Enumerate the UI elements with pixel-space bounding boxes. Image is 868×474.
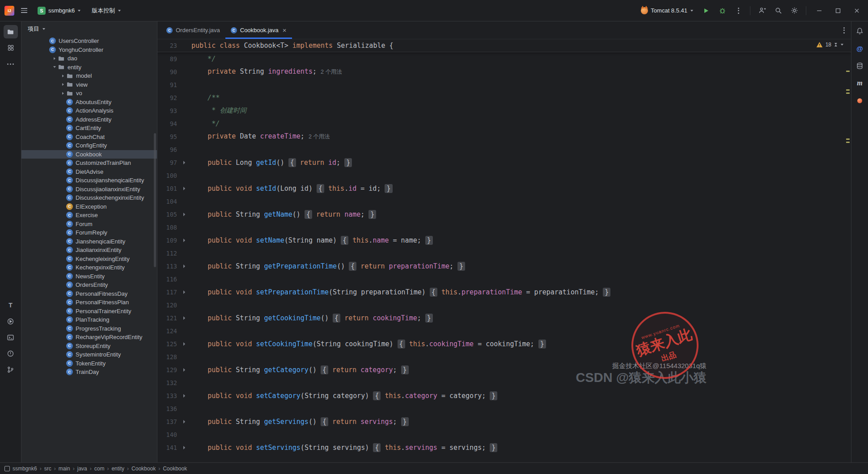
tree-item-ProgressTracking[interactable]: CProgressTracking: [21, 324, 157, 333]
vcs-widget[interactable]: 版本控制: [88, 4, 125, 17]
breadcrumb-main[interactable]: main: [59, 466, 70, 472]
tree-item-OrdersEntity[interactable]: COrdersEntity: [21, 281, 157, 289]
tree-item-JiaolianxinxiEntity[interactable]: CJiaolianxinxiEntity: [21, 246, 157, 255]
minimize-button[interactable]: [811, 3, 828, 18]
code-line-120[interactable]: 120: [157, 298, 851, 311]
code-line-96[interactable]: 96: [157, 143, 851, 156]
tree-item-PersonalFitnessDay[interactable]: CPersonalFitnessDay: [21, 289, 157, 298]
code-line-97[interactable]: 97 public Long getId() { return id; }: [157, 156, 851, 169]
tree-item-StoreupEntity[interactable]: CStoreupEntity: [21, 342, 157, 351]
code-area[interactable]: 18 23public class Cookbook<T> implements…: [157, 39, 851, 462]
services-tool-window-button[interactable]: [4, 315, 18, 328]
tree-item-ForumReply[interactable]: CForumReply: [21, 228, 157, 237]
code-line-116[interactable]: 116: [157, 273, 851, 285]
code-line-140[interactable]: 140: [157, 428, 851, 441]
code-line-105[interactable]: 105 public String getName() { return nam…: [157, 208, 851, 221]
tree-item-YonghuController[interactable]: CYonghuController: [21, 46, 157, 55]
chevron-expanded-icon[interactable]: [51, 64, 58, 70]
tree-item-JianshenqicaiEntity[interactable]: CJianshenqicaiEntity: [21, 237, 157, 246]
fold-arrow-icon[interactable]: [177, 187, 191, 190]
warning-stripe-mark[interactable]: [846, 138, 850, 140]
tree-item-EIException[interactable]: CEIException: [21, 202, 157, 211]
fold-arrow-icon[interactable]: [177, 394, 191, 398]
project-selector[interactable]: S ssmbgnk6: [34, 4, 85, 17]
tree-item-PlanTracking[interactable]: CPlanTracking: [21, 315, 157, 324]
chevron-collapsed-icon[interactable]: [60, 73, 66, 79]
translation-tool-button[interactable]: T: [4, 298, 18, 312]
breadcrumb-ssmbgnk6[interactable]: ssmbgnk6: [13, 466, 37, 472]
code-line-124[interactable]: 124: [157, 324, 851, 337]
close-button[interactable]: [848, 3, 865, 18]
fold-arrow-icon[interactable]: [177, 446, 191, 449]
tree-item-dao[interactable]: dao: [21, 54, 157, 63]
tab-options-icon[interactable]: [843, 27, 845, 34]
run-configuration[interactable]: Tomcat 8.5.41: [637, 4, 697, 17]
tree-item-KechengxinxiEntity[interactable]: CKechengxinxiEntity: [21, 263, 157, 272]
ai-assistant-button[interactable]: @: [854, 42, 866, 54]
version-control-tool-window-button[interactable]: [4, 363, 18, 376]
chevron-down-icon[interactable]: [840, 43, 844, 46]
project-panel-header[interactable]: 项目: [21, 21, 157, 37]
settings-button[interactable]: [787, 4, 801, 17]
chevron-collapsed-icon[interactable]: [60, 81, 66, 88]
fold-arrow-icon[interactable]: [177, 316, 191, 320]
tree-item-DiscusskechengxinxiEntity[interactable]: CDiscusskechengxinxiEntity: [21, 193, 157, 202]
maximize-button[interactable]: [830, 3, 847, 18]
tree-item-DietAdvise[interactable]: CDietAdvise: [21, 168, 157, 176]
code-line-101[interactable]: 101 public void setId(Long id) { this.id…: [157, 182, 851, 195]
code-line-109[interactable]: 109 public void setName(String name) { t…: [157, 234, 851, 247]
tree-item-CartEntity[interactable]: CCartEntity: [21, 124, 157, 133]
tree-item-DiscussjianshenqicaiEntity[interactable]: CDiscussjianshenqicaiEntity: [21, 176, 157, 185]
tree-item-CoachChat[interactable]: CCoachChat: [21, 133, 157, 142]
tree-item-PersonalFitnessPlan[interactable]: CPersonalFitnessPlan: [21, 298, 157, 307]
tree-item-UsersController[interactable]: CUsersController: [21, 37, 157, 46]
breadcrumb-java[interactable]: java: [77, 466, 87, 472]
tree-item-RechargeVipRecordEntity[interactable]: CRechargeVipRecordEntity: [21, 333, 157, 342]
database-tool-window-button[interactable]: [854, 60, 866, 71]
code-line-94[interactable]: 94 */: [157, 117, 851, 130]
tree-item-TokenEntity[interactable]: CTokenEntity: [21, 359, 157, 368]
tree-item-ConfigEntity[interactable]: CConfigEntity: [21, 141, 157, 150]
fold-arrow-icon[interactable]: [177, 290, 191, 294]
tab-Cookbook.java[interactable]: CCookbook.java×: [225, 21, 292, 39]
code-line-125[interactable]: 125 public void setCookingTime(String co…: [157, 337, 851, 350]
gradle-tool-window-button[interactable]: [854, 95, 866, 106]
tree-item-CustomizedTrainPlan[interactable]: CCustomizedTrainPlan: [21, 159, 157, 168]
fold-arrow-icon[interactable]: [177, 342, 191, 346]
tree-item-TrainDay[interactable]: CTrainDay: [21, 368, 157, 377]
tree-item-PersonalTrainerEntity[interactable]: CPersonalTrainerEntity: [21, 307, 157, 316]
structure-tool-window-button[interactable]: [4, 41, 18, 55]
fold-arrow-icon[interactable]: [177, 213, 191, 216]
sticky-code-line-23[interactable]: 23public class Cookbook<T> implements Se…: [157, 39, 851, 52]
code-line-117[interactable]: 117 public void setPreparationTime(Strin…: [157, 285, 851, 298]
code-line-141[interactable]: 141 public void setServings(String servi…: [157, 441, 851, 454]
tree-item-entity[interactable]: entity: [21, 63, 157, 72]
code-line-121[interactable]: 121 public String getCookingTime() { ret…: [157, 311, 851, 324]
code-line-132[interactable]: 132: [157, 376, 851, 389]
tree-item-Exercise[interactable]: CExercise: [21, 211, 157, 220]
fold-arrow-icon[interactable]: [177, 264, 191, 268]
tree-item-DiscussjiaolianxinxiEntity[interactable]: CDiscussjiaolianxinxiEntity: [21, 185, 157, 194]
code-line-100[interactable]: 100: [157, 169, 851, 182]
code-line-112[interactable]: 112: [157, 247, 851, 260]
tree-item-KechengleixingEntity[interactable]: CKechengleixingEntity: [21, 255, 157, 264]
breadcrumb-Cookbook[interactable]: Cookbook: [163, 466, 187, 472]
breadcrumb-src[interactable]: src: [44, 466, 51, 472]
tree-item-ActionAnalysis[interactable]: CActionAnalysis: [21, 106, 157, 115]
breadcrumb-Cookbook[interactable]: Cookbook: [131, 466, 156, 472]
more-tool-windows-button[interactable]: [4, 57, 18, 71]
inspections-widget[interactable]: 18: [816, 42, 844, 48]
code-with-me-button[interactable]: [755, 4, 769, 17]
tree-item-view[interactable]: view: [21, 80, 157, 89]
close-tab-icon[interactable]: ×: [283, 27, 287, 34]
code-line-136[interactable]: 136: [157, 402, 851, 415]
code-line-104[interactable]: 104: [157, 195, 851, 208]
code-line-137[interactable]: 137 public String getServings() { return…: [157, 415, 851, 428]
maven-tool-window-button[interactable]: m: [854, 77, 866, 89]
warning-stripe-mark[interactable]: [846, 71, 850, 72]
fold-arrow-icon[interactable]: [177, 239, 191, 242]
code-line-113[interactable]: 113 public String getPreparationTime() {…: [157, 260, 851, 273]
code-line-91[interactable]: 91: [157, 78, 851, 91]
project-tool-window-button[interactable]: [4, 25, 18, 38]
warning-stripe-mark[interactable]: [846, 89, 850, 91]
